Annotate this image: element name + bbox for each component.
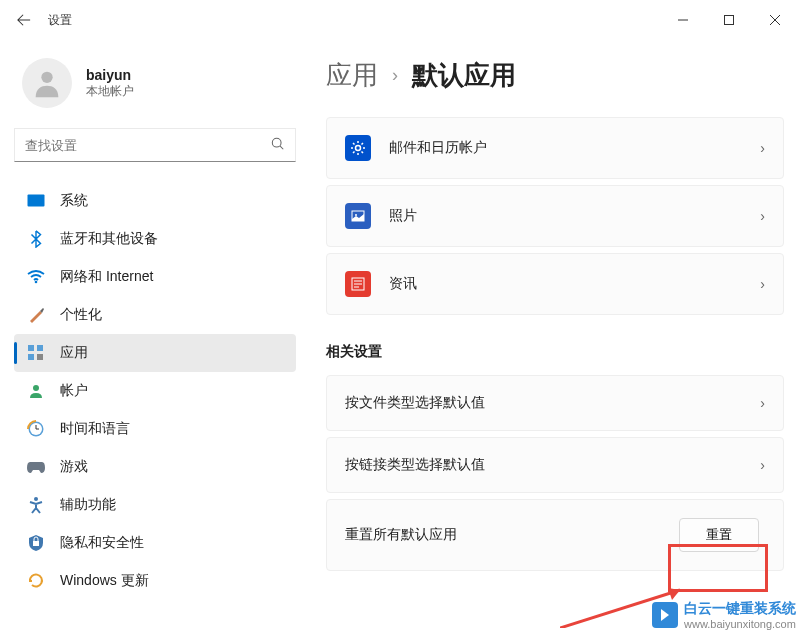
watermark-url: www.baiyunxitong.com xyxy=(684,618,796,630)
watermark: 白云一键重装系统 www.baiyunxitong.com xyxy=(652,600,796,630)
nav-label: 时间和语言 xyxy=(60,420,130,438)
gaming-icon xyxy=(26,457,46,477)
shield-icon xyxy=(26,533,46,553)
gear-icon xyxy=(345,135,371,161)
clock-icon xyxy=(26,419,46,439)
nav-label: Windows 更新 xyxy=(60,572,149,590)
svg-rect-12 xyxy=(37,354,43,360)
svg-rect-9 xyxy=(28,345,34,351)
sidebar-item-network[interactable]: 网络和 Internet xyxy=(14,258,296,296)
svg-point-18 xyxy=(34,497,38,501)
row-label: 重置所有默认应用 xyxy=(345,526,679,544)
user-name: baiyun xyxy=(86,67,134,83)
window-title: 设置 xyxy=(48,12,72,29)
chevron-right-icon: › xyxy=(760,140,765,156)
brush-icon xyxy=(26,305,46,325)
svg-point-5 xyxy=(272,138,281,147)
svg-point-22 xyxy=(355,214,357,216)
nav-label: 帐户 xyxy=(60,382,88,400)
accessibility-icon xyxy=(26,495,46,515)
nav: 系统 蓝牙和其他设备 网络和 Internet 个性化 应用 帐户 xyxy=(14,182,296,600)
sidebar-item-bluetooth[interactable]: 蓝牙和其他设备 xyxy=(14,220,296,258)
chevron-right-icon: › xyxy=(760,457,765,473)
system-icon xyxy=(26,191,46,211)
svg-rect-1 xyxy=(725,16,734,25)
sidebar: baiyun 本地帐户 系统 蓝牙和其他设备 网络和 Internet xyxy=(0,40,310,636)
nav-label: 系统 xyxy=(60,192,88,210)
svg-rect-10 xyxy=(37,345,43,351)
photos-icon xyxy=(345,203,371,229)
nav-label: 个性化 xyxy=(60,306,102,324)
watermark-icon xyxy=(652,602,678,628)
sidebar-item-accounts[interactable]: 帐户 xyxy=(14,372,296,410)
chevron-right-icon: › xyxy=(392,65,398,86)
bluetooth-icon xyxy=(26,229,46,249)
sidebar-item-time[interactable]: 时间和语言 xyxy=(14,410,296,448)
card-label: 邮件和日历帐户 xyxy=(389,139,760,157)
app-card-photos[interactable]: 照片 › xyxy=(326,185,784,247)
news-icon xyxy=(345,271,371,297)
update-icon xyxy=(26,571,46,591)
breadcrumb: 应用 › 默认应用 xyxy=(326,58,784,93)
search-box[interactable] xyxy=(14,128,296,162)
row-reset-all: 重置所有默认应用 重置 xyxy=(326,499,784,571)
person-icon xyxy=(26,381,46,401)
sidebar-item-apps[interactable]: 应用 xyxy=(14,334,296,372)
search-icon xyxy=(271,137,285,154)
back-button[interactable] xyxy=(8,4,40,36)
sidebar-item-update[interactable]: Windows 更新 xyxy=(14,562,296,600)
svg-point-13 xyxy=(33,385,39,391)
watermark-text: 白云一键重装系统 xyxy=(684,600,796,618)
svg-point-20 xyxy=(356,146,361,151)
svg-rect-19 xyxy=(33,541,39,546)
nav-label: 辅助功能 xyxy=(60,496,116,514)
maximize-button[interactable] xyxy=(706,4,752,36)
user-subtitle: 本地帐户 xyxy=(86,83,134,100)
row-by-link-type[interactable]: 按链接类型选择默认值 › xyxy=(326,437,784,493)
nav-label: 游戏 xyxy=(60,458,88,476)
breadcrumb-current: 默认应用 xyxy=(412,58,516,93)
nav-label: 隐私和安全性 xyxy=(60,534,144,552)
svg-point-4 xyxy=(41,72,52,83)
sidebar-item-accessibility[interactable]: 辅助功能 xyxy=(14,486,296,524)
reset-button[interactable]: 重置 xyxy=(679,518,759,552)
svg-rect-11 xyxy=(28,354,34,360)
titlebar: 设置 xyxy=(0,0,806,40)
main-content: 应用 › 默认应用 邮件和日历帐户 › 照片 › 资讯 › 相关设置 按文件类型… xyxy=(310,40,806,636)
nav-label: 应用 xyxy=(60,344,88,362)
svg-line-6 xyxy=(280,146,283,149)
card-label: 照片 xyxy=(389,207,760,225)
breadcrumb-parent[interactable]: 应用 xyxy=(326,58,378,93)
section-title: 相关设置 xyxy=(326,343,784,361)
nav-label: 蓝牙和其他设备 xyxy=(60,230,158,248)
row-by-file-type[interactable]: 按文件类型选择默认值 › xyxy=(326,375,784,431)
user-section[interactable]: baiyun 本地帐户 xyxy=(14,50,296,128)
chevron-right-icon: › xyxy=(760,208,765,224)
app-card-news[interactable]: 资讯 › xyxy=(326,253,784,315)
chevron-right-icon: › xyxy=(760,395,765,411)
nav-label: 网络和 Internet xyxy=(60,268,153,286)
row-label: 按文件类型选择默认值 xyxy=(345,394,760,412)
sidebar-item-system[interactable]: 系统 xyxy=(14,182,296,220)
sidebar-item-gaming[interactable]: 游戏 xyxy=(14,448,296,486)
sidebar-item-personalization[interactable]: 个性化 xyxy=(14,296,296,334)
card-label: 资讯 xyxy=(389,275,760,293)
chevron-right-icon: › xyxy=(760,276,765,292)
app-card-mail[interactable]: 邮件和日历帐户 › xyxy=(326,117,784,179)
minimize-button[interactable] xyxy=(660,4,706,36)
search-input[interactable] xyxy=(25,138,271,153)
avatar xyxy=(22,58,72,108)
row-label: 按链接类型选择默认值 xyxy=(345,456,760,474)
sidebar-item-privacy[interactable]: 隐私和安全性 xyxy=(14,524,296,562)
apps-icon xyxy=(26,343,46,363)
svg-point-8 xyxy=(35,281,38,284)
svg-rect-7 xyxy=(28,195,45,207)
wifi-icon xyxy=(26,267,46,287)
close-button[interactable] xyxy=(752,4,798,36)
